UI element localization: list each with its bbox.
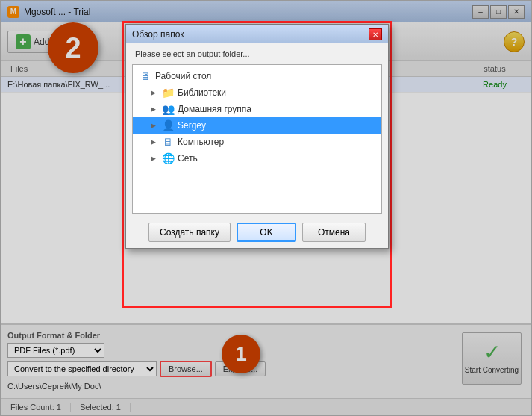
arrow-computer: ▶ — [151, 138, 158, 146]
network-icon: 🌐 — [161, 152, 175, 164]
main-window: M Mgosoft ... - Trial – □ ✕ + Add... ? F… — [0, 0, 532, 416]
tree-item-libraries[interactable]: ▶ 📁 Библиотеки — [133, 84, 381, 101]
tree-item-computer[interactable]: ▶ 🖥 Компьютер — [133, 134, 381, 150]
homegroup-icon: 👥 — [161, 103, 175, 115]
arrow-homegroup: ▶ — [151, 105, 158, 113]
libraries-icon: 📁 — [161, 87, 175, 99]
desktop-icon: 🖥 — [139, 70, 152, 82]
tree-label-network: Сеть — [178, 153, 198, 164]
dialog-title-text: Обзор папок — [132, 29, 184, 40]
tree-label-libraries: Библиотеки — [178, 87, 226, 98]
dialog-title-bar: Обзор папок ✕ — [126, 25, 388, 43]
tree-item-homegroup[interactable]: ▶ 👥 Домашняя группа — [133, 101, 381, 117]
arrow-libraries: ▶ — [151, 89, 158, 96]
dialog-buttons: Создать папку OK Отмена — [126, 217, 388, 248]
tree-label-desktop: Рабочий стол — [155, 71, 211, 81]
tree-label-sergey: Sergey — [178, 120, 206, 131]
tree-label-computer: Компьютер — [178, 137, 224, 147]
computer-icon: 🖥 — [161, 136, 175, 148]
create-folder-button[interactable]: Создать папку — [148, 223, 231, 242]
arrow-sergey: ▶ — [151, 122, 158, 129]
user-icon: 👤 — [161, 119, 175, 131]
arrow-network: ▶ — [151, 155, 158, 162]
cancel-button[interactable]: Отмена — [302, 223, 366, 242]
ok-button[interactable]: OK — [237, 223, 296, 242]
tree-item-sergey[interactable]: ▶ 👤 Sergey — [133, 117, 381, 134]
tree-item-network[interactable]: ▶ 🌐 Сеть — [133, 150, 381, 167]
tree-label-homegroup: Домашняя группа — [178, 104, 251, 114]
folder-tree[interactable]: 🖥 Рабочий стол ▶ 📁 Библиотеки ▶ 👥 Домашн… — [132, 64, 382, 214]
browse-folder-dialog: Обзор папок ✕ Please select an output fo… — [125, 24, 389, 249]
tree-item-desktop[interactable]: 🖥 Рабочий стол — [133, 68, 381, 84]
dialog-prompt: Please select an output folder... — [126, 43, 388, 61]
dialog-close-button[interactable]: ✕ — [369, 28, 382, 40]
